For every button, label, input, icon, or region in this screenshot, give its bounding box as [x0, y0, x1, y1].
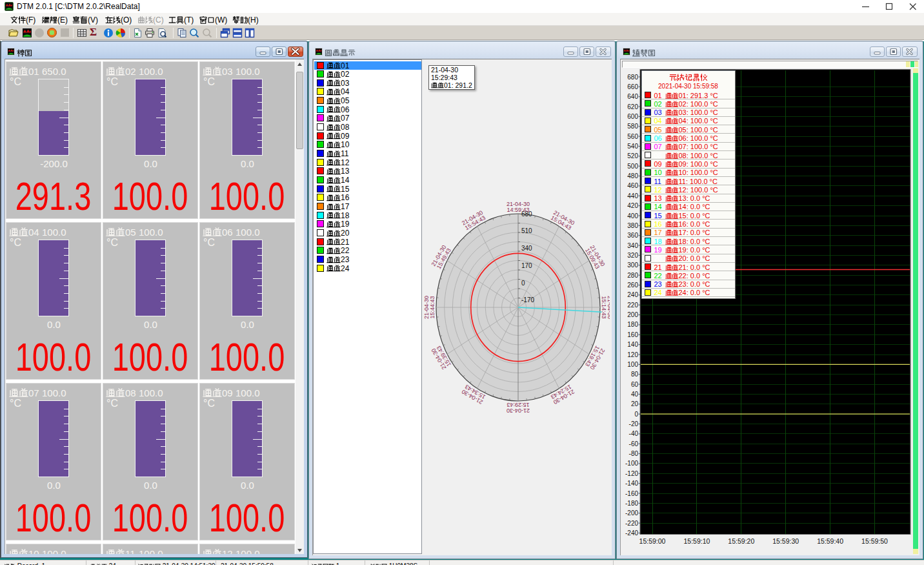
- svg-text:15:29:43: 15:29:43: [507, 402, 529, 408]
- svg-text:180: 180: [627, 321, 638, 328]
- svg-text:-40: -40: [629, 430, 639, 437]
- svg-text:15:59:50: 15:59:50: [861, 537, 888, 545]
- svg-text:320: 320: [627, 252, 638, 259]
- svg-text:15:59:30: 15:59:30: [772, 537, 799, 545]
- svg-text:15:59:20: 15:59:20: [728, 537, 754, 545]
- svg-text:14:59:43: 14:59:43: [507, 207, 529, 213]
- svg-text:520: 520: [627, 152, 638, 159]
- svg-text:80: 80: [631, 371, 639, 378]
- svg-text:140: 140: [627, 341, 638, 348]
- svg-text:-80: -80: [629, 450, 639, 457]
- svg-text:220: 220: [627, 302, 638, 309]
- svg-text:-20: -20: [629, 420, 639, 427]
- svg-text:15:59:10: 15:59:10: [683, 537, 710, 545]
- svg-text:160: 160: [627, 331, 638, 338]
- svg-text:15:14:43: 15:14:43: [601, 296, 607, 318]
- svg-text:-120: -120: [625, 470, 638, 477]
- svg-text:300: 300: [627, 262, 638, 269]
- svg-text:380: 380: [627, 222, 638, 229]
- svg-text:60: 60: [631, 381, 639, 388]
- svg-text:660: 660: [627, 83, 638, 90]
- svg-text:680: 680: [627, 74, 638, 81]
- svg-text:15:59:00: 15:59:00: [639, 537, 666, 545]
- svg-text:-170: -170: [521, 296, 534, 303]
- svg-text:40: 40: [631, 391, 639, 398]
- svg-text:260: 260: [627, 282, 638, 289]
- svg-text:120: 120: [627, 351, 638, 358]
- svg-text:360: 360: [627, 232, 638, 239]
- svg-text:510: 510: [521, 227, 532, 234]
- svg-text:500: 500: [627, 163, 638, 170]
- svg-text:-240: -240: [625, 529, 638, 537]
- svg-text:100: 100: [627, 361, 638, 368]
- svg-text:15:59:40: 15:59:40: [817, 537, 843, 545]
- svg-text:560: 560: [627, 133, 638, 140]
- svg-text:480: 480: [627, 172, 638, 180]
- svg-text:200: 200: [627, 311, 638, 318]
- svg-text:280: 280: [627, 272, 638, 279]
- svg-text:420: 420: [627, 202, 638, 209]
- svg-text:240: 240: [627, 291, 638, 298]
- svg-text:170: 170: [521, 262, 532, 269]
- svg-text:20: 20: [631, 400, 639, 407]
- svg-text:400: 400: [627, 212, 638, 220]
- svg-text:340: 340: [521, 245, 532, 252]
- svg-text:0: 0: [634, 411, 638, 418]
- svg-text:-160: -160: [625, 490, 638, 497]
- svg-text:620: 620: [627, 103, 638, 110]
- svg-text:-220: -220: [625, 520, 638, 527]
- svg-text:-140: -140: [625, 480, 638, 487]
- svg-text:-60: -60: [629, 440, 639, 447]
- svg-text:460: 460: [627, 182, 638, 189]
- svg-text:440: 440: [627, 192, 638, 200]
- svg-text:0: 0: [521, 280, 525, 287]
- svg-text:15:44:43: 15:44:43: [429, 296, 436, 318]
- svg-text:340: 340: [627, 242, 638, 249]
- svg-text:600: 600: [627, 113, 638, 120]
- svg-text:-200: -200: [625, 509, 638, 517]
- svg-text:640: 640: [627, 93, 638, 100]
- svg-text:-100: -100: [625, 460, 638, 467]
- svg-text:540: 540: [627, 143, 638, 150]
- svg-text:-180: -180: [625, 500, 638, 507]
- svg-text:580: 580: [627, 123, 638, 130]
